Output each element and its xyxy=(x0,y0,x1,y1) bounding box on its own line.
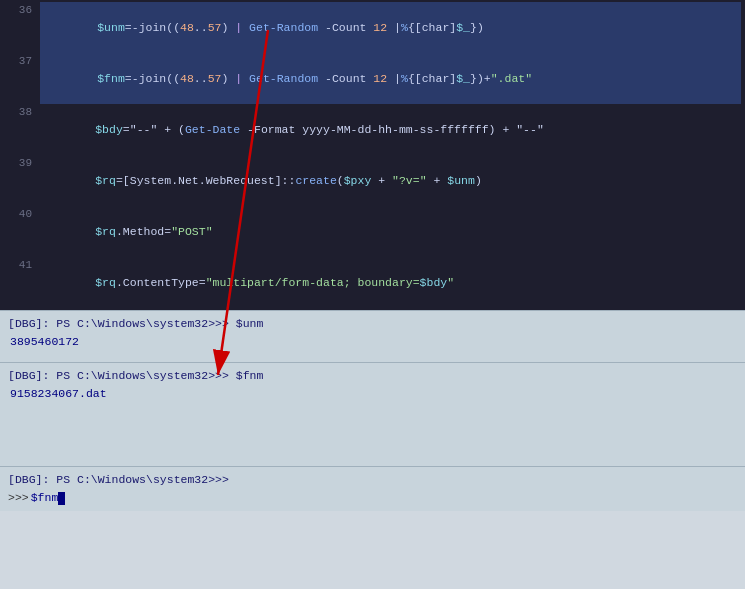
terminal-input-line[interactable]: [DBG]: PS C:\Windows\system32>>> xyxy=(8,471,737,489)
code-line-41: 41 $rq.ContentType="multipart/form-data;… xyxy=(0,257,745,308)
terminal-input-prompt: [DBG]: PS C:\Windows\system32>>> xyxy=(8,471,229,489)
terminal-input-block: [DBG]: PS C:\Windows\system32>>> >>> $fn… xyxy=(0,466,745,511)
terminal-area: [DBG]: PS C:\Windows\system32>>> $unm 38… xyxy=(0,310,745,511)
code-editor: 36 $unm=-join((48..57) | Get-Random -Cou… xyxy=(0,0,745,310)
code-lines: 36 $unm=-join((48..57) | Get-Random -Cou… xyxy=(0,0,745,310)
prompt-arrow: >>> xyxy=(8,489,29,507)
terminal-output-unm: 3895460172 xyxy=(8,333,737,350)
text-cursor xyxy=(58,492,65,505)
code-line-38: 38 $bdy="--" + (Get-Date -Format yyyy-MM… xyxy=(0,104,745,155)
terminal-block-fnm: [DBG]: PS C:\Windows\system32>>> $fnm 91… xyxy=(0,362,745,406)
terminal-prompt-fnm: [DBG]: PS C:\Windows\system32>>> $fnm xyxy=(8,367,737,385)
code-line-39: 39 $rq=[System.Net.WebRequest]::create($… xyxy=(0,155,745,206)
terminal-active-input[interactable]: >>> $fnm xyxy=(8,489,737,507)
input-value[interactable]: $fnm xyxy=(31,489,59,507)
code-line-36: 36 $unm=-join((48..57) | Get-Random -Cou… xyxy=(0,2,745,53)
terminal-output-fnm: 9158234067.dat xyxy=(8,385,737,402)
terminal-prompt-unm: [DBG]: PS C:\Windows\system32>>> $unm xyxy=(8,315,737,333)
code-line-40: 40 $rq.Method="POST" xyxy=(0,206,745,257)
terminal-block-unm: [DBG]: PS C:\Windows\system32>>> $unm 38… xyxy=(0,310,745,354)
code-line-37: 37 $fnm=-join((48..57) | Get-Random -Cou… xyxy=(0,53,745,104)
